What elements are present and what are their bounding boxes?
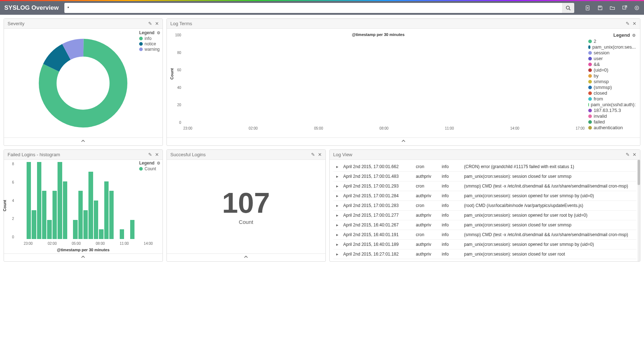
logterms-chart[interactable]: Count 100806040200 23:0002:0005:0008:001… (170, 31, 586, 135)
log-level: info (442, 164, 460, 169)
log-message: pam_unix(cron:session): session closed f… (464, 252, 634, 257)
chart-bar[interactable] (37, 162, 41, 239)
legend-item[interactable]: user (588, 56, 636, 61)
log-row[interactable]: ▸ April 2nd 2015, 17:00:01.277 authpriv … (333, 211, 637, 220)
swatch-icon (588, 103, 589, 107)
legend-item[interactable]: warning (139, 47, 160, 52)
log-level: info (442, 203, 460, 208)
new-dashboard-icon[interactable] (585, 5, 591, 11)
chart-bar[interactable] (99, 229, 103, 239)
chart-bar[interactable] (42, 191, 46, 239)
legend-item[interactable]: info (139, 36, 160, 41)
caret-right-icon: ▸ (336, 252, 339, 257)
log-timestamp: April 2nd 2015, 16:27:01.182 (343, 252, 412, 257)
legend-item[interactable]: (smmsp) (588, 85, 636, 90)
chart-bar[interactable] (32, 210, 36, 239)
chart-bar[interactable] (52, 191, 57, 239)
log-facility: cron (416, 184, 438, 189)
log-facility: cron (416, 203, 438, 208)
legend-item[interactable]: session (588, 50, 636, 55)
chart-bar[interactable] (109, 191, 114, 239)
chart-bar[interactable] (73, 220, 77, 239)
log-facility: cron (416, 232, 438, 237)
chart-bar[interactable] (83, 210, 88, 239)
chart-bar[interactable] (47, 220, 51, 239)
gear-icon[interactable]: ⚙ (631, 33, 636, 37)
log-row[interactable]: ▸ April 2nd 2015, 16:40:01.189 authpriv … (333, 240, 637, 249)
close-icon[interactable]: ✕ (155, 152, 159, 157)
gear-icon[interactable]: ⚙ (156, 31, 160, 35)
log-row[interactable]: ▸ April 2nd 2015, 16:40:01.191 cron info… (333, 230, 637, 240)
legend-title: Legend (613, 32, 630, 38)
edit-icon[interactable]: ✎ (626, 152, 630, 157)
edit-icon[interactable]: ✎ (626, 21, 630, 26)
log-facility: authpriv (416, 193, 438, 198)
log-row[interactable]: ▸ April 2nd 2015, 17:00:01.483 authpriv … (333, 172, 637, 181)
log-message: (smmsp) CMD (test -x /etc/init.d/sendmai… (464, 232, 634, 237)
caret-right-icon: ▸ (336, 232, 339, 237)
chart-bar[interactable] (120, 229, 124, 239)
legend-item[interactable]: notice (139, 41, 160, 46)
legend-item[interactable]: authentication (588, 125, 636, 130)
search-input[interactable] (64, 3, 562, 13)
share-icon[interactable] (622, 5, 627, 11)
legend-item[interactable]: && (588, 62, 636, 67)
failed-body[interactable]: Legend ⚙ Count Count 86420 23:0002:0005:… (4, 160, 163, 253)
chart-bar[interactable] (63, 181, 67, 239)
edit-icon[interactable]: ✎ (311, 152, 315, 157)
log-timestamp: April 2nd 2015, 17:00:01.283 (343, 203, 412, 208)
legend-item[interactable]: failed (588, 119, 636, 125)
chart-bar[interactable] (27, 162, 31, 239)
close-icon[interactable]: ✕ (318, 152, 322, 157)
chart-bar[interactable] (78, 191, 83, 239)
legend-item[interactable]: smmsp (588, 79, 636, 84)
panel-severity: Severity ✎ ✕ Legend ⚙ infonoticewarning (4, 18, 163, 146)
log-row[interactable]: ▸ April 2nd 2015, 17:00:01.283 cron info… (333, 201, 637, 211)
close-icon[interactable]: ✕ (632, 21, 636, 26)
log-row[interactable]: ▸ April 2nd 2015, 16:27:01.182 authpriv … (333, 249, 637, 259)
close-icon[interactable]: ✕ (155, 21, 159, 26)
legend-item[interactable]: (uid=0) (588, 67, 636, 73)
legend-item[interactable]: 2 (588, 39, 636, 44)
panel-title: Severity (8, 21, 24, 26)
log-message: (smmsp) CMD (test -x /etc/init.d/sendmai… (464, 184, 634, 189)
page-title: SYSLOG Overview (4, 4, 59, 12)
log-row[interactable]: ▸ April 2nd 2015, 17:00:01.662 cron info… (333, 162, 637, 172)
legend-item[interactable]: pam_unix(sshd:auth): (588, 102, 636, 107)
expand-toggle[interactable] (4, 138, 163, 145)
scrollbar-thumb[interactable] (638, 160, 640, 185)
edit-icon[interactable]: ✎ (148, 21, 152, 26)
expand-toggle[interactable] (167, 253, 325, 261)
log-timestamp: April 2nd 2015, 16:40:01.267 (343, 222, 412, 227)
legend-item[interactable]: from (588, 96, 636, 102)
legend-item[interactable]: invalid (588, 113, 636, 119)
caret-right-icon: ▸ (336, 193, 339, 198)
search-button[interactable] (562, 3, 574, 13)
log-row[interactable]: ▸ April 2nd 2015, 17:00:01.293 cron info… (333, 181, 637, 191)
legend-item[interactable]: pam_unix(cron:ses... (588, 44, 636, 50)
scrollbar[interactable] (638, 160, 640, 261)
close-icon[interactable]: ✕ (632, 152, 636, 157)
legend-label: 2 (594, 39, 596, 44)
chart-bar[interactable] (94, 200, 98, 239)
legend-item[interactable]: closed (588, 90, 636, 96)
chart-bar[interactable] (104, 181, 109, 239)
legend-item[interactable]: by (588, 73, 636, 78)
log-row[interactable]: ▸ April 2nd 2015, 17:00:01.284 authpriv … (333, 191, 637, 201)
expand-toggle[interactable] (167, 138, 640, 145)
chart-bar[interactable] (130, 220, 134, 239)
severity-donut[interactable] (36, 36, 130, 130)
chart-bar[interactable] (58, 162, 62, 239)
logterms-body: Count 100806040200 23:0002:0005:0008:001… (167, 29, 640, 138)
save-icon[interactable] (597, 5, 603, 11)
search-icon (566, 5, 571, 10)
expand-toggle[interactable] (4, 253, 163, 261)
add-panel-icon[interactable] (634, 5, 640, 11)
panel-successful-logins: Succesful Logins ✎ ✕ 107 Count (166, 149, 326, 262)
legend-item[interactable]: 187.63.175.3 (588, 108, 636, 113)
log-row[interactable]: ▸ April 2nd 2015, 16:40:01.267 authpriv … (333, 220, 637, 230)
open-folder-icon[interactable] (609, 5, 615, 11)
edit-icon[interactable]: ✎ (148, 152, 152, 157)
log-facility: authpriv (416, 174, 438, 179)
chart-bar[interactable] (88, 172, 93, 239)
